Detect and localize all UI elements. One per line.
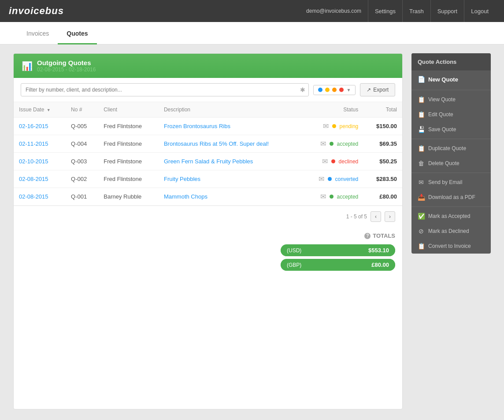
mark-declined-label: Mark as Declined <box>428 228 469 234</box>
col-client: Client <box>98 102 159 118</box>
totals-header: ? TOTALS <box>364 232 395 239</box>
header-navigation: demo@invoicebus.com Settings Trash Suppo… <box>306 0 495 22</box>
status-filter-dots[interactable]: ▼ <box>313 85 356 95</box>
save-quote-icon: 💾 <box>418 126 425 133</box>
totals-currency: (GBP) <box>281 259 308 271</box>
cell-status: ✉ accepted <box>301 188 364 206</box>
action-duplicate-quote[interactable]: 📋 Duplicate Quote <box>411 141 491 156</box>
col-total: Total <box>363 102 402 118</box>
table-row[interactable]: 02-08-2015 Q-002 Fred Flintstone Fruity … <box>14 170 402 188</box>
status-dot <box>332 124 336 128</box>
status-text: accepted <box>337 194 359 200</box>
nav-support[interactable]: Support <box>430 0 464 22</box>
cell-status: ✉ accepted <box>301 135 364 153</box>
action-separator <box>411 173 491 173</box>
totals-amount: £80.00 <box>308 259 395 271</box>
cell-total: $150.00 <box>363 118 402 135</box>
status-dot <box>328 177 332 181</box>
pagination-prev[interactable]: ‹ <box>371 211 381 222</box>
action-convert-invoice[interactable]: 📋 Convert to Invoice <box>411 239 491 254</box>
logo: invoicebus <box>9 5 64 17</box>
status-dot <box>330 195 334 199</box>
status-text: declined <box>339 158 359 165</box>
email-icon: ✉ <box>323 122 329 130</box>
col-issue-date[interactable]: Issue Date ▼ <box>14 102 66 118</box>
panel-title-group: Outgoing Quotes 02-08-2015 - 02-18-2016 <box>37 59 96 73</box>
action-separator <box>411 139 491 139</box>
cell-status: ✉ converted <box>301 170 364 188</box>
nav-settings[interactable]: Settings <box>368 0 402 22</box>
action-new-quote[interactable]: 📄 New Quote <box>411 70 491 88</box>
email-icon: ✉ <box>320 140 326 148</box>
tab-quotes[interactable]: Quotes <box>58 22 96 44</box>
nav-trash[interactable]: Trash <box>402 0 430 22</box>
cell-client: Fred Flintstone <box>98 135 159 153</box>
actions-list: 📄 New Quote 📋 View Quote 📋 Edit Quote 💾 … <box>411 70 491 254</box>
col-description: Description <box>159 102 301 118</box>
pagination-next[interactable]: › <box>385 211 395 222</box>
action-view-quote[interactable]: 📋 View Quote <box>411 92 491 107</box>
cell-total: £80.00 <box>363 188 402 206</box>
mark-declined-icon: ⊘ <box>418 228 425 235</box>
main-content: 📊 Outgoing Quotes 02-08-2015 - 02-18-201… <box>0 44 504 418</box>
panel-header: 📊 Outgoing Quotes 02-08-2015 - 02-18-201… <box>14 54 402 78</box>
cell-date: 02-16-2015 <box>14 118 66 135</box>
totals-label: TOTALS <box>373 232 395 239</box>
send-email-label: Send by Email <box>428 179 462 185</box>
cell-client: Fred Flintstone <box>98 118 159 135</box>
filter-bar: ✱ ▼ ↗ Export <box>14 78 402 102</box>
edit-quote-icon: 📋 <box>418 111 425 118</box>
status-text: accepted <box>337 141 359 147</box>
delete-quote-icon: 🗑 <box>418 160 425 167</box>
action-save-quote[interactable]: 💾 Save Quote <box>411 122 491 137</box>
cell-total: $50.25 <box>363 153 402 170</box>
chevron-down-icon: ▼ <box>346 88 351 92</box>
email-icon: ✉ <box>319 175 324 183</box>
cell-date: 02-10-2015 <box>14 153 66 170</box>
cell-description: Frozen Brontosaurus Ribs <box>159 118 301 135</box>
duplicate-quote-label: Duplicate Quote <box>428 145 466 151</box>
action-delete-quote[interactable]: 🗑 Delete Quote <box>411 156 491 171</box>
cell-status: ✉ declined <box>301 153 364 170</box>
actions-header: Quote Actions <box>411 53 491 70</box>
cell-client: Barney Rubble <box>98 188 159 206</box>
export-button[interactable]: ↗ Export <box>360 83 395 96</box>
panel-date-range: 02-08-2015 - 02-18-2016 <box>37 66 96 73</box>
table-row[interactable]: 02-16-2015 Q-005 Fred Flintstone Frozen … <box>14 118 402 135</box>
quotes-panel: 📊 Outgoing Quotes 02-08-2015 - 02-18-201… <box>13 53 403 409</box>
action-mark-declined[interactable]: ⊘ Mark as Declined <box>411 224 491 239</box>
status-dot <box>330 142 334 146</box>
cell-description: Mammoth Chops <box>159 188 301 206</box>
delete-quote-label: Delete Quote <box>428 160 460 166</box>
dot-blue <box>318 88 322 92</box>
cell-client: Fred Flintstone <box>98 153 159 170</box>
email-icon: ✉ <box>322 157 328 166</box>
convert-invoice-icon: 📋 <box>418 243 425 250</box>
nav-logout[interactable]: Logout <box>464 0 495 22</box>
status-dot <box>331 159 335 163</box>
filter-input-wrap: ✱ <box>21 83 309 96</box>
filter-input[interactable] <box>21 83 309 96</box>
table-row[interactable]: 02-08-2015 Q-001 Barney Rubble Mammoth C… <box>14 188 402 206</box>
action-separator <box>411 90 491 90</box>
cell-date: 02-08-2015 <box>14 188 66 206</box>
email-icon: ✉ <box>320 192 326 201</box>
cell-no: Q-003 <box>66 153 98 170</box>
view-quote-icon: 📋 <box>418 96 425 103</box>
action-send-email[interactable]: ✉ Send by Email <box>411 175 491 190</box>
cell-total: $283.50 <box>363 170 402 188</box>
action-mark-accepted[interactable]: ✅ Mark as Accepted <box>411 209 491 224</box>
table-row[interactable]: 02-11-2015 Q-004 Fred Flintstone Brontos… <box>14 135 402 153</box>
send-email-icon: ✉ <box>418 179 425 186</box>
new-quote-label: New Quote <box>428 76 458 83</box>
main-header: invoicebus demo@invoicebus.com Settings … <box>0 0 504 22</box>
cell-description: Green Fern Salad & Fruity Pebbles <box>159 153 301 170</box>
tab-invoices[interactable]: Invoices <box>18 22 58 44</box>
action-edit-quote[interactable]: 📋 Edit Quote <box>411 107 491 122</box>
panel-title: Outgoing Quotes <box>37 59 96 66</box>
table-header-row: Issue Date ▼ No # Client Description Sta… <box>14 102 402 118</box>
action-download-pdf[interactable]: 📥 Download as a PDF <box>411 190 491 205</box>
table-row[interactable]: 02-10-2015 Q-003 Fred Flintstone Green F… <box>14 153 402 170</box>
cell-description: Fruity Pebbles <box>159 170 301 188</box>
duplicate-quote-icon: 📋 <box>418 145 425 152</box>
